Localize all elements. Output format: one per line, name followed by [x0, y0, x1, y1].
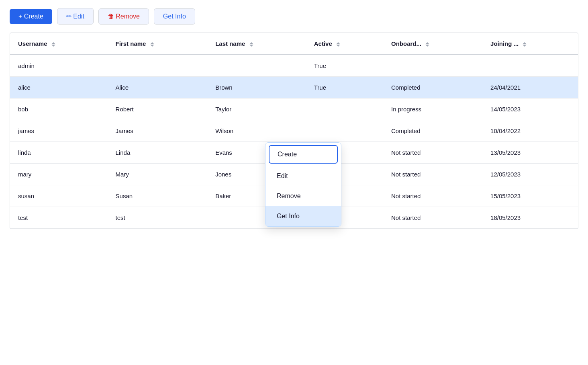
cell-lastname: Taylor [207, 98, 306, 120]
getinfo-button[interactable]: Get Info [154, 8, 195, 25]
main-container: + Create ✏ Edit 🗑 Remove Get Info Userna… [0, 0, 588, 365]
cell-username: mary [10, 164, 108, 185]
cell-onboarding: Not started [383, 142, 482, 164]
cell-onboarding: In progress [383, 98, 482, 120]
sort-icon-lastname [249, 42, 253, 47]
edit-button[interactable]: ✏ Edit [57, 8, 94, 25]
col-joining[interactable]: Joining ... [482, 33, 578, 55]
context-menu-item-edit[interactable]: Edit [265, 166, 341, 186]
cell-active [306, 98, 383, 120]
table-row[interactable]: aliceAliceBrownTrueCompleted24/04/2021 [10, 77, 578, 98]
cell-firstname: Robert [108, 98, 208, 120]
cell-firstname: Alice [108, 77, 208, 98]
table-row[interactable]: adminTrue [10, 55, 578, 77]
cell-onboarding: Not started [383, 207, 482, 229]
col-active[interactable]: Active [306, 33, 383, 55]
cell-firstname [108, 55, 208, 77]
context-menu: CreateEditRemoveGet Info [265, 142, 341, 227]
cell-firstname: Susan [108, 185, 208, 207]
cell-firstname: Linda [108, 142, 208, 164]
cell-username: alice [10, 77, 108, 98]
cell-joining: 24/04/2021 [482, 77, 578, 98]
cell-joining: 18/05/2023 [482, 207, 578, 229]
cell-username: bob [10, 98, 108, 120]
cell-username: linda [10, 142, 108, 164]
cell-username: james [10, 120, 108, 142]
cell-onboarding: Not started [383, 164, 482, 185]
cell-lastname: Wilson [207, 120, 306, 142]
cell-active [306, 120, 383, 142]
sort-icon-onboarding [425, 42, 429, 47]
table-row[interactable]: jamesJamesWilsonCompleted10/04/2022 [10, 120, 578, 142]
col-lastname[interactable]: Last name [207, 33, 306, 55]
cell-joining [482, 55, 578, 77]
cell-active: True [306, 55, 383, 77]
cell-lastname [207, 55, 306, 77]
cell-username: admin [10, 55, 108, 77]
cell-onboarding: Not started [383, 185, 482, 207]
cell-joining: 14/05/2023 [482, 98, 578, 120]
table-wrapper: Username First name [10, 33, 578, 229]
sort-icon-active [336, 42, 340, 47]
toolbar: + Create ✏ Edit 🗑 Remove Get Info [10, 8, 578, 25]
context-menu-item-get-info[interactable]: Get Info [265, 206, 341, 226]
cell-active: True [306, 77, 383, 98]
cell-firstname: Mary [108, 164, 208, 185]
cell-username: test [10, 207, 108, 229]
cell-username: susan [10, 185, 108, 207]
context-menu-item-remove[interactable]: Remove [265, 186, 341, 206]
cell-lastname: Brown [207, 77, 306, 98]
cell-onboarding: Completed [383, 77, 482, 98]
create-button[interactable]: + Create [10, 9, 52, 24]
cell-joining: 15/05/2023 [482, 185, 578, 207]
cell-joining: 12/05/2023 [482, 164, 578, 185]
remove-button[interactable]: 🗑 Remove [98, 8, 149, 25]
cell-onboarding [383, 55, 482, 77]
cell-joining: 13/05/2023 [482, 142, 578, 164]
cell-firstname: test [108, 207, 208, 229]
cell-firstname: James [108, 120, 208, 142]
sort-icon-username [51, 42, 55, 47]
col-firstname[interactable]: First name [108, 33, 208, 55]
sort-icon-joining [523, 42, 527, 47]
cell-joining: 10/04/2022 [482, 120, 578, 142]
table-header-row: Username First name [10, 33, 578, 55]
table-row[interactable]: bobRobertTaylorIn progress14/05/2023 [10, 98, 578, 120]
col-onboarding[interactable]: Onboard... [383, 33, 482, 55]
sort-icon-firstname [150, 42, 154, 47]
context-menu-item-create[interactable]: Create [269, 145, 338, 164]
col-username[interactable]: Username [10, 33, 108, 55]
cell-onboarding: Completed [383, 120, 482, 142]
